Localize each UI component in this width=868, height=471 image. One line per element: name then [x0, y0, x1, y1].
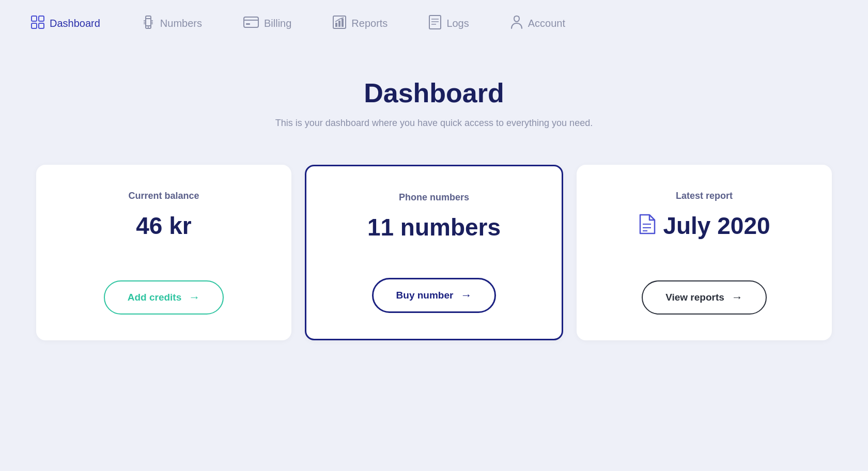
add-credits-button[interactable]: Add credits →: [104, 280, 224, 315]
add-credits-arrow: →: [189, 291, 200, 304]
card-balance: Current balance 46 kr Add credits →: [36, 165, 291, 340]
svg-rect-2: [32, 23, 37, 28]
main-content: Dashboard This is your dashboard where y…: [0, 46, 868, 340]
nav-item-reports[interactable]: Reports: [333, 15, 388, 31]
svg-rect-3: [39, 23, 44, 28]
card-phone-numbers-value: 11 numbers: [367, 213, 501, 241]
nav-label-logs: Logs: [446, 18, 469, 29]
svg-rect-16: [246, 23, 250, 25]
buy-number-arrow: →: [460, 289, 472, 302]
buy-number-button[interactable]: Buy number →: [372, 278, 497, 313]
card-latest-report-label: Latest report: [676, 191, 733, 201]
svg-rect-1: [39, 16, 44, 21]
view-reports-arrow: →: [732, 291, 743, 304]
nav-item-billing[interactable]: Billing: [243, 17, 291, 30]
reports-icon: [333, 15, 346, 31]
nav-label-reports: Reports: [351, 18, 388, 29]
phone-icon: [142, 15, 155, 31]
cards-container: Current balance 46 kr Add credits → Phon…: [36, 165, 832, 340]
page-title: Dashboard: [364, 77, 504, 108]
nav-item-logs[interactable]: Logs: [429, 15, 469, 32]
view-reports-label: View reports: [665, 292, 724, 303]
card-latest-report-value-row: July 2020: [638, 212, 770, 240]
document-icon: [638, 214, 656, 238]
card-phone-numbers: Phone numbers 11 numbers Buy number →: [305, 165, 563, 340]
view-reports-button[interactable]: View reports →: [642, 280, 767, 315]
billing-icon: [243, 17, 259, 30]
logs-icon: [429, 15, 441, 32]
card-balance-label: Current balance: [128, 191, 199, 201]
card-phone-numbers-label: Phone numbers: [399, 192, 469, 203]
account-icon: [510, 15, 523, 32]
nav-label-billing: Billing: [264, 18, 291, 29]
buy-number-label: Buy number: [396, 290, 454, 301]
nav-label-account: Account: [528, 18, 565, 29]
nav-label-dashboard: Dashboard: [50, 18, 100, 29]
add-credits-label: Add credits: [128, 292, 182, 303]
nav-label-numbers: Numbers: [160, 18, 202, 29]
page-subtitle: This is your dashboard where you have qu…: [275, 118, 593, 129]
navbar: Dashboard Numbers: [0, 0, 868, 46]
svg-rect-21: [429, 15, 441, 29]
dashboard-icon: [31, 15, 44, 31]
svg-rect-20: [342, 19, 344, 27]
svg-rect-0: [32, 16, 37, 21]
card-latest-report: Latest report July 2020 View reports →: [577, 165, 832, 340]
nav-item-dashboard[interactable]: Dashboard: [31, 15, 100, 31]
nav-item-numbers[interactable]: Numbers: [142, 15, 202, 31]
card-balance-value: 46 kr: [136, 212, 191, 240]
svg-rect-14: [244, 17, 258, 27]
svg-rect-19: [338, 21, 340, 27]
svg-point-7: [148, 26, 149, 27]
svg-rect-18: [335, 23, 337, 27]
card-latest-report-value: July 2020: [663, 212, 770, 240]
nav-item-account[interactable]: Account: [510, 15, 565, 32]
